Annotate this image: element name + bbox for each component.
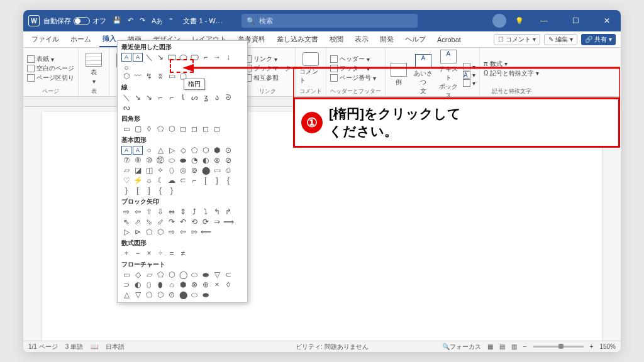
textbox-icon: A: [440, 50, 457, 63]
section-rects: 四角形: [121, 114, 243, 123]
close-button[interactable]: ✕: [596, 10, 618, 31]
sun-icon-2[interactable]: ☼: [121, 63, 131, 72]
tab-file[interactable]: ファイル: [28, 32, 62, 47]
tab-help[interactable]: ヘルプ: [402, 32, 429, 47]
zoom-out-icon[interactable]: −: [523, 343, 527, 350]
language[interactable]: 日本語: [106, 343, 125, 351]
share-button[interactable]: 🔗 共有 ▾: [581, 34, 616, 45]
arrow-right-icon[interactable]: →: [212, 53, 222, 62]
shape-tooltip: 楕円: [184, 79, 205, 90]
table-button[interactable]: 表▾: [82, 50, 105, 87]
zoom-in-icon[interactable]: +: [590, 343, 594, 350]
instruction-callout: ① [楕円]をクリックして ください。: [293, 97, 620, 148]
section-block-arrows: ブロック矢印: [121, 197, 243, 206]
section-lines: 線: [121, 83, 243, 92]
zoom-slider[interactable]: [533, 346, 584, 348]
vtextbox-shape-icon[interactable]: A: [133, 53, 143, 62]
tab-mailings[interactable]: 差し込み文書: [274, 32, 321, 47]
page-count[interactable]: 1/1 ページ: [28, 343, 58, 351]
curve-shape-icon[interactable]: 〰: [133, 72, 143, 80]
maximize-button[interactable]: ☐: [564, 10, 587, 31]
undo-icon[interactable]: ↶: [128, 16, 133, 26]
basic-grid: AA○△▷◇⬠⬡⬢⊙⑦⑧ ⑩⑫⬭⬬◔◐⊗⊘▱◪◫✧ ⬯◎⊚⬤▭☺♡⚡☼☾☁⊂ ⌐…: [121, 146, 243, 195]
user-avatar-icon[interactable]: [492, 14, 506, 28]
line-arrow-shape-icon[interactable]: ↘: [155, 53, 165, 62]
save-icon[interactable]: 💾: [113, 16, 121, 26]
edit-mode-button[interactable]: ✎ 編集 ▾: [544, 34, 577, 45]
table-icon: [86, 53, 102, 67]
tab-home[interactable]: ホーム: [67, 32, 94, 47]
word-window: W 自動保存 オフ 💾 ↶ ↷ Aあ ⁼ 文書 1 - W… 🔍 検索 💡 — …: [23, 10, 621, 352]
document-title: 文書 1 - W…: [183, 16, 222, 26]
search-box[interactable]: 🔍 検索: [242, 14, 418, 28]
text-proof-icon[interactable]: 📖: [91, 343, 98, 350]
link-button[interactable]: リンク ▾: [244, 55, 291, 63]
tab-dev[interactable]: 開発: [377, 32, 397, 47]
hex-shape-icon[interactable]: ⬡: [121, 72, 131, 80]
arrow-down-icon[interactable]: ↓: [223, 53, 233, 62]
accessibility-status[interactable]: ビリティ: 問題ありません: [296, 343, 369, 351]
section-recent: 最近使用した図形: [121, 43, 243, 52]
cover-page-button[interactable]: 表紙 ▾: [27, 55, 74, 63]
connector-icon[interactable]: ⌐: [201, 53, 211, 62]
section-equation: 数式図形: [121, 239, 243, 248]
section-flowchart: フローチャート: [121, 260, 243, 269]
crossref-button[interactable]: 相互参照: [244, 74, 291, 82]
tab-view[interactable]: 表示: [352, 32, 372, 47]
blank-page-button[interactable]: 空白のページ: [27, 64, 74, 73]
flowchart-grid: ▭◇▱⬠⬡◯⬭⬬▽⊂⊃◐ ⬯⬮⌂⬢⊗⊕×◊△▽⬠⬡ ⊙⬤⬭⬬: [121, 270, 243, 299]
callout-text: [楕円]をクリックして ください。: [329, 105, 461, 141]
view-web-icon[interactable]: ▥: [511, 343, 517, 350]
callout-arrow: [182, 63, 302, 73]
rect-alt-icon[interactable]: ▭: [167, 72, 177, 80]
search-icon: 🔍: [247, 17, 255, 25]
section-basic: 基本図形: [121, 136, 243, 145]
focus-mode[interactable]: 🔍フォーカス: [442, 343, 481, 351]
toggle-icon: [74, 17, 90, 25]
font-qat-icon[interactable]: Aあ: [152, 16, 163, 26]
word-count[interactable]: 3 単語: [65, 343, 83, 351]
line-shape-icon[interactable]: ＼: [144, 53, 154, 62]
tab-review[interactable]: 校閲: [326, 32, 347, 47]
zoom-level[interactable]: 150%: [599, 343, 616, 350]
group-table: 表▾ 表: [79, 48, 109, 96]
tab-acrobat[interactable]: Acrobat: [434, 33, 464, 46]
header-button[interactable]: ヘッダー ▾: [330, 55, 376, 63]
ribbon-tabs: ファイル ホーム 挿入 描画 デザイン レイアウト 参考資料 差し込み文書 校閲…: [23, 31, 621, 48]
lightbulb-icon[interactable]: 💡: [515, 17, 524, 25]
shapes-dropdown-menu: 最近使用した図形 A A ＼ ↘ ⌐ → ↓ ☼ ⬡ 〰 ↯ ʬ ▭ ▢ 線 ＼…: [117, 40, 248, 303]
word-app-icon: W: [28, 15, 40, 26]
rects-grid: ▭▢◊⬠⬡◻◻◻◻: [121, 124, 243, 133]
scribble-shape-icon[interactable]: ʬ: [155, 72, 165, 80]
page-break-button[interactable]: ページ区切り: [27, 74, 74, 82]
textbox-shape-icon[interactable]: A: [121, 53, 131, 62]
comments-button[interactable]: ☐ コメント ▾: [494, 34, 540, 45]
minimize-button[interactable]: —: [533, 10, 555, 31]
titlebar: W 自動保存 オフ 💾 ↶ ↷ Aあ ⁼ 文書 1 - W… 🔍 検索 💡 — …: [23, 10, 621, 31]
group-pages: 表紙 ▾ 空白のページ ページ区切り ページ: [23, 48, 79, 96]
search-placeholder: 検索: [259, 16, 273, 26]
redo-icon[interactable]: ↷: [140, 16, 145, 26]
statusbar: 1/1 ページ 3 単語 📖 日本語 ビリティ: 問題ありません 🔍フォーカス …: [23, 341, 621, 352]
svg-marker-4: [182, 64, 194, 72]
view-read-icon[interactable]: ▦: [487, 343, 493, 350]
comment-icon: [303, 52, 319, 66]
callout-number: ①: [301, 112, 323, 133]
equation-grid: +−×÷=≠: [121, 249, 243, 258]
freeform-shape-icon[interactable]: ↯: [144, 72, 154, 80]
callout-connector: [293, 65, 620, 98]
quick-access-toolbar: 💾 ↶ ↷ Aあ ⁼: [113, 16, 173, 26]
autosave-state: オフ: [92, 16, 106, 26]
autosave-toggle[interactable]: 自動保存 オフ: [43, 16, 106, 26]
autosave-label: 自動保存: [43, 16, 71, 26]
qat-more-icon[interactable]: ⁼: [169, 16, 173, 26]
block-arrows-grid: ⇨⇦⇧⇩⇔⇕⤴⤵↰↱⇖⬀ ⬂⬃↷↶⟲⟳⇛⟹▷⊳⬠⬡ ⇨⇦⇰⟸: [121, 207, 243, 236]
view-print-icon[interactable]: ▤: [499, 343, 505, 350]
lines-grid: ＼↘↘⌐⌐Ꙇᔕʓაᘐᔓ: [121, 93, 243, 112]
